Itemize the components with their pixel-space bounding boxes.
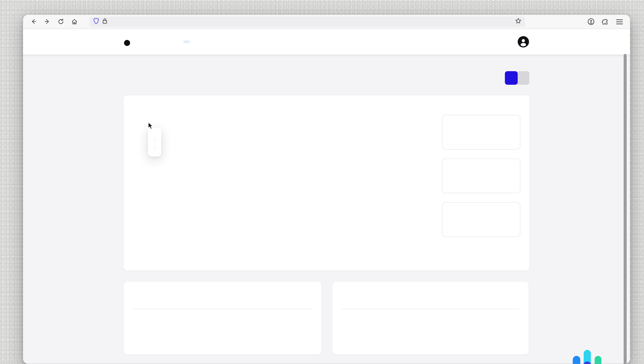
url-bar[interactable] — [89, 16, 525, 27]
incogni-logo[interactable] — [124, 38, 130, 46]
user-avatar[interactable] — [517, 36, 529, 48]
logo-dot — [124, 40, 130, 46]
dashboard-content — [124, 54, 529, 354]
toggle-month-button[interactable] — [517, 71, 529, 85]
period-toggle — [505, 71, 529, 85]
time-saved-card — [124, 282, 321, 354]
completed-dot-icon — [449, 208, 453, 212]
bookmark-star-icon[interactable] — [515, 18, 521, 26]
suppression-card — [333, 282, 529, 354]
reload-button[interactable] — [55, 16, 66, 27]
lock-icon[interactable] — [102, 18, 107, 26]
account-icon[interactable] — [586, 16, 596, 27]
page-body — [23, 29, 630, 364]
chart-y-axis — [133, 115, 148, 235]
divider — [342, 309, 520, 309]
divider — [133, 309, 312, 309]
tooltip-completed-row — [154, 144, 155, 151]
browser-window — [23, 15, 630, 364]
shield-icon[interactable] — [93, 18, 99, 26]
desktop-background — [0, 0, 644, 364]
back-button[interactable] — [28, 16, 39, 27]
total-sent-dot-icon — [449, 121, 453, 125]
mouse-cursor — [148, 122, 153, 132]
toggle-total-button[interactable] — [505, 71, 518, 85]
home-button[interactable] — [69, 16, 80, 27]
loader-bar-green — [595, 356, 601, 364]
site-navbar — [23, 29, 630, 54]
menu-hamburger-icon[interactable] — [614, 16, 625, 27]
tooltip-in-progress-row — [154, 136, 155, 144]
forward-button[interactable] — [42, 16, 52, 27]
removal-requests-card — [124, 95, 529, 270]
chart-plot-area[interactable] — [148, 115, 435, 235]
stat-total-sent — [442, 115, 520, 150]
chart-tooltip — [148, 128, 161, 157]
new-badge — [183, 40, 190, 43]
chart-stats-column — [442, 115, 520, 237]
loader-bar-blue — [573, 356, 580, 364]
in-progress-dot-icon — [449, 164, 453, 169]
incogni-loader-graphic — [573, 350, 603, 364]
browser-toolbar — [23, 15, 630, 29]
page-scrollbar[interactable] — [624, 54, 627, 364]
extensions-puzzle-icon[interactable] — [600, 16, 610, 27]
area-chart[interactable] — [148, 115, 435, 235]
stat-completed — [442, 202, 520, 237]
stat-in-progress — [442, 158, 520, 193]
